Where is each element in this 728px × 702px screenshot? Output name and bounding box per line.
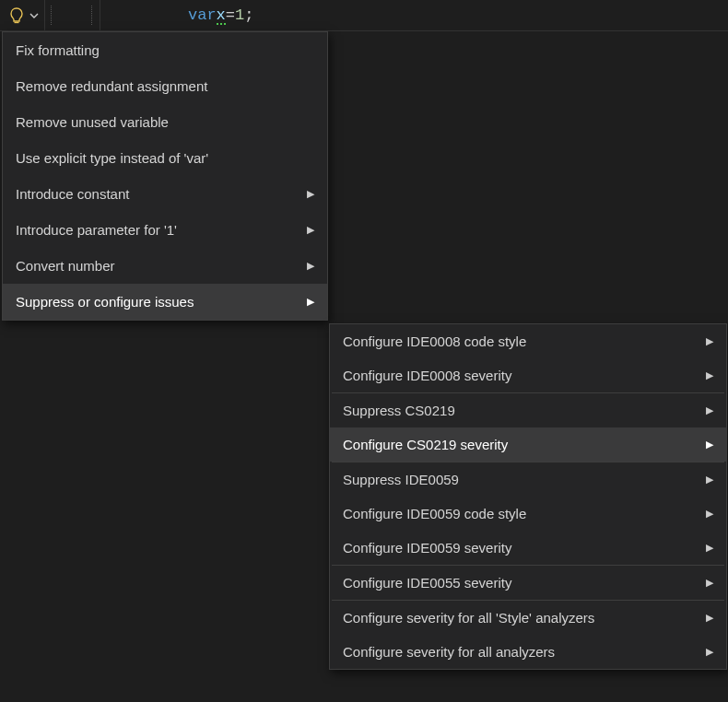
chevron-right-icon: ▶: [706, 404, 713, 416]
submenu-item[interactable]: Configure IDE0055 severity▶: [330, 566, 726, 600]
menu-item-label: Suppress or configure issues: [16, 294, 298, 310]
chevron-right-icon: ▶: [307, 296, 314, 308]
menu-item[interactable]: Remove redundant assignment: [3, 68, 327, 104]
chevron-right-icon: ▶: [706, 369, 713, 381]
code-variable: x: [217, 6, 226, 24]
menu-item-label: Use explicit type instead of 'var': [16, 150, 314, 166]
submenu-item-label: Configure IDE0055 severity: [343, 575, 697, 591]
code-keyword: var: [188, 6, 217, 24]
menu-item-label: Remove redundant assignment: [16, 78, 314, 94]
submenu-item[interactable]: Configure CS0219 severity▶: [330, 427, 726, 462]
submenu-item[interactable]: Configure IDE0008 code style▶: [330, 324, 726, 358]
chevron-right-icon: ▶: [307, 224, 314, 236]
submenu-item[interactable]: Configure severity for all analyzers▶: [330, 635, 726, 669]
submenu-item[interactable]: Configure IDE0059 code style▶: [330, 497, 726, 531]
code-line[interactable]: var x=1;: [100, 6, 253, 24]
submenu-item-label: Configure severity for all 'Style' analy…: [343, 610, 697, 626]
submenu-item[interactable]: Configure severity for all 'Style' analy…: [330, 601, 726, 635]
code-operator: =: [226, 6, 235, 24]
chevron-right-icon: ▶: [706, 542, 713, 554]
chevron-right-icon: ▶: [706, 335, 713, 347]
chevron-right-icon: ▶: [706, 508, 713, 520]
menu-item[interactable]: Introduce constant▶: [3, 176, 327, 212]
chevron-right-icon: ▶: [706, 646, 713, 658]
lightbulb-dropdown[interactable]: [0, 0, 45, 30]
code-semicolon: ;: [244, 6, 253, 24]
chevron-right-icon: ▶: [307, 260, 314, 272]
chevron-right-icon: ▶: [706, 474, 713, 486]
submenu-item-label: Configure IDE0008 code style: [343, 333, 697, 349]
quick-actions-menu: Fix formattingRemove redundant assignmen…: [2, 31, 328, 321]
submenu-item-label: Configure IDE0008 severity: [343, 368, 697, 383]
submenu-item-label: Suppress IDE0059: [343, 472, 697, 487]
submenu-item-label: Configure CS0219 severity: [343, 437, 697, 452]
menu-item-label: Introduce constant: [16, 186, 298, 202]
editor-row: var x=1;: [0, 0, 728, 31]
chevron-right-icon: ▶: [706, 612, 713, 624]
chevron-right-icon: ▶: [706, 439, 713, 450]
suppress-configure-submenu: Configure IDE0008 code style▶Configure I…: [329, 323, 727, 670]
submenu-item[interactable]: Configure IDE0059 severity▶: [330, 531, 726, 565]
submenu-item[interactable]: Configure IDE0008 severity▶: [330, 358, 726, 392]
editor-gutter: [45, 0, 100, 30]
chevron-right-icon: ▶: [307, 188, 314, 200]
submenu-item-label: Configure IDE0059 code style: [343, 506, 697, 521]
code-value: 1: [235, 6, 244, 24]
submenu-item-label: Suppress CS0219: [343, 403, 697, 418]
submenu-item-label: Configure IDE0059 severity: [343, 540, 697, 556]
menu-item-label: Convert number: [16, 258, 298, 274]
menu-item-label: Fix formatting: [16, 42, 314, 58]
lightbulb-icon: [7, 6, 26, 25]
chevron-down-icon: [29, 11, 39, 20]
menu-item[interactable]: Introduce parameter for '1'▶: [3, 212, 327, 248]
menu-item-label: Introduce parameter for '1': [16, 222, 298, 238]
menu-item[interactable]: Suppress or configure issues▶: [3, 284, 327, 320]
menu-item[interactable]: Fix formatting: [3, 32, 327, 68]
submenu-item[interactable]: Suppress IDE0059▶: [330, 462, 726, 497]
submenu-item[interactable]: Suppress CS0219▶: [330, 393, 726, 427]
menu-item[interactable]: Use explicit type instead of 'var': [3, 140, 327, 176]
menu-item[interactable]: Remove unused variable: [3, 104, 327, 140]
menu-item[interactable]: Convert number▶: [3, 248, 327, 284]
submenu-item-label: Configure severity for all analyzers: [343, 644, 697, 660]
chevron-right-icon: ▶: [706, 577, 713, 589]
menu-item-label: Remove unused variable: [16, 114, 314, 130]
